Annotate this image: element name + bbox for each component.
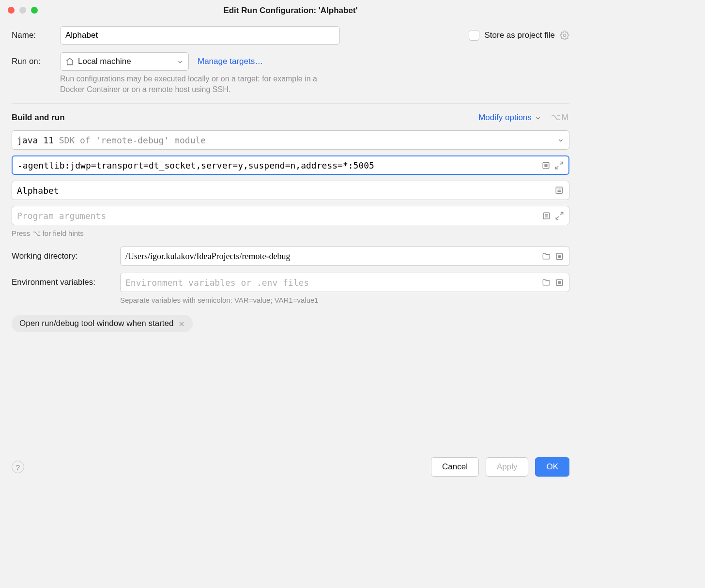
chevron-down-icon bbox=[535, 114, 541, 121]
expand-icon[interactable] bbox=[554, 160, 564, 170]
program-args-input bbox=[12, 206, 569, 225]
dialog-root: Edit Run Configuration: 'Alphabet' Name:… bbox=[0, 0, 581, 486]
separator bbox=[12, 103, 569, 104]
home-icon bbox=[65, 57, 74, 66]
titlebar: Edit Run Configuration: 'Alphabet' bbox=[0, 0, 581, 21]
chevron-down-icon bbox=[177, 58, 184, 65]
main-class-field[interactable] bbox=[17, 186, 551, 196]
jdk-select[interactable]: java 11 SDK of 'remote-debug' module bbox=[12, 130, 569, 150]
svg-line-6 bbox=[555, 166, 558, 169]
folder-icon[interactable] bbox=[542, 251, 551, 261]
jdk-hint: SDK of 'remote-debug' module bbox=[59, 135, 206, 145]
close-window-button[interactable] bbox=[8, 7, 15, 14]
maximize-window-button[interactable] bbox=[31, 7, 38, 14]
ok-button[interactable]: OK bbox=[535, 457, 569, 477]
store-label: Store as project file bbox=[484, 31, 555, 40]
jdk-value: java 11 SDK of 'remote-debug' module bbox=[17, 135, 553, 145]
name-label: Name: bbox=[12, 31, 60, 40]
modify-options-label: Modify options bbox=[478, 113, 532, 123]
option-tag-label: Open run/debug tool window when started bbox=[19, 319, 173, 328]
vm-options-input bbox=[12, 155, 569, 175]
svg-line-5 bbox=[560, 162, 563, 165]
main-class-input bbox=[12, 181, 569, 200]
list-icon[interactable] bbox=[541, 160, 551, 170]
dialog-content: Name: Store as project file Run on: Loca… bbox=[0, 21, 581, 448]
svg-point-0 bbox=[564, 34, 566, 37]
run-on-value: Local machine bbox=[78, 57, 173, 66]
svg-line-15 bbox=[560, 212, 563, 215]
vm-options-field[interactable] bbox=[17, 160, 537, 170]
dialog-title: Edit Run Configuration: 'Alphabet' bbox=[223, 6, 357, 15]
run-on-hint: Run configurations may be executed local… bbox=[60, 74, 322, 94]
help-button[interactable]: ? bbox=[12, 461, 24, 473]
env-vars-hint: Separate variables with semicolon: VAR=v… bbox=[120, 296, 569, 304]
gear-icon[interactable] bbox=[560, 31, 569, 40]
expand-icon[interactable] bbox=[555, 211, 564, 220]
working-directory-field[interactable] bbox=[125, 251, 538, 262]
build-and-run-title: Build and run bbox=[12, 113, 65, 123]
chevron-down-icon bbox=[557, 137, 564, 143]
modify-options-shortcut: ⌥M bbox=[551, 112, 569, 123]
option-tag-open-tool-window[interactable]: Open run/debug tool window when started bbox=[12, 315, 193, 332]
folder-icon[interactable] bbox=[542, 278, 551, 287]
name-input[interactable] bbox=[65, 31, 335, 40]
field-hints-note: Press ⌥ for field hints bbox=[12, 229, 569, 238]
store-checkbox[interactable] bbox=[469, 30, 479, 41]
store-as-project-file[interactable]: Store as project file bbox=[469, 30, 569, 41]
list-icon[interactable] bbox=[554, 186, 564, 195]
jdk-main: java 11 bbox=[17, 135, 59, 145]
name-input-wrap bbox=[60, 26, 340, 45]
list-icon[interactable] bbox=[555, 251, 564, 261]
run-on-label: Run on: bbox=[12, 57, 60, 66]
svg-line-16 bbox=[556, 217, 559, 219]
minimize-window-button[interactable] bbox=[19, 7, 26, 14]
env-vars-field[interactable] bbox=[125, 278, 538, 288]
env-vars-label: Environment variables: bbox=[12, 278, 113, 287]
list-icon[interactable] bbox=[555, 278, 564, 287]
program-args-field[interactable] bbox=[17, 211, 538, 221]
working-directory-label: Working directory: bbox=[12, 251, 113, 261]
modify-options-link[interactable]: Modify options ⌥M bbox=[478, 112, 569, 123]
close-icon[interactable] bbox=[178, 320, 185, 327]
window-controls bbox=[8, 7, 38, 14]
apply-button[interactable]: Apply bbox=[486, 457, 529, 477]
run-on-select[interactable]: Local machine bbox=[60, 52, 189, 71]
manage-targets-link[interactable]: Manage targets… bbox=[198, 57, 263, 66]
working-directory-input bbox=[120, 247, 569, 266]
list-icon[interactable] bbox=[542, 211, 551, 220]
env-vars-input bbox=[120, 273, 569, 292]
cancel-button[interactable]: Cancel bbox=[431, 457, 479, 477]
dialog-footer: ? Cancel Apply OK bbox=[0, 448, 581, 486]
